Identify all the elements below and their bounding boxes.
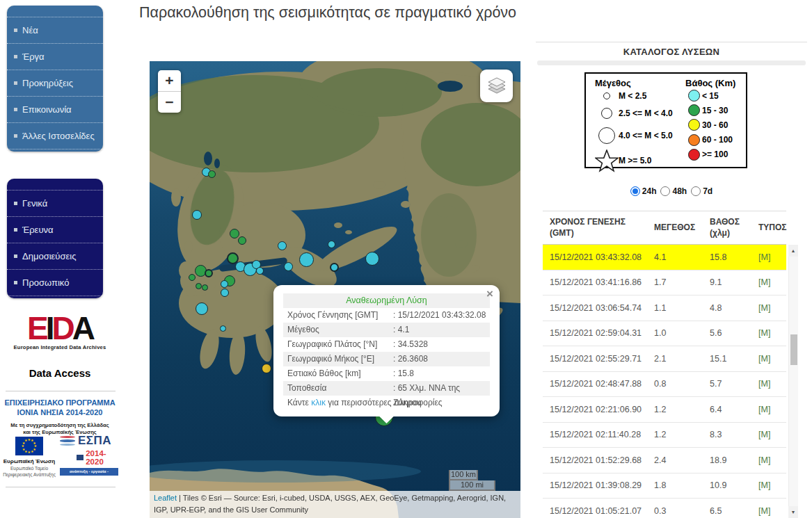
data-access-link[interactable]: Data Access bbox=[0, 367, 120, 379]
popup-title: Αναθεωρημένη Λύση bbox=[283, 293, 490, 308]
sidebar-item[interactable]: Προσωπικό bbox=[7, 270, 103, 296]
circle-icon bbox=[685, 149, 702, 161]
scroll-up-icon[interactable]: ▲ bbox=[788, 245, 798, 257]
earthquake-marker[interactable] bbox=[196, 283, 202, 289]
scrollbar-thumb[interactable] bbox=[790, 334, 797, 365]
earthquake-marker[interactable] bbox=[299, 252, 314, 267]
legend-depth-item: 60 - 100 bbox=[685, 133, 745, 147]
espa-waves-icon bbox=[60, 436, 75, 446]
legend-magnitude-title: Μέγεθος bbox=[595, 78, 682, 88]
espa-motto: ανάπτυξη - εργασία - αλληλεγγύη bbox=[60, 468, 118, 476]
legend-magnitude-item: M < 2.5 bbox=[595, 88, 682, 104]
earthquake-marker[interactable] bbox=[278, 241, 287, 250]
star-icon: ★ bbox=[22, 448, 25, 451]
legend-depth-title: Βάθος (Km) bbox=[685, 78, 745, 88]
table-row[interactable]: 15/12/2021 03:06:54.741.14.8[M] bbox=[543, 296, 786, 321]
eida-letter: E bbox=[27, 310, 46, 346]
earthquake-marker[interactable] bbox=[238, 236, 246, 245]
bullet-icon bbox=[14, 81, 17, 85]
earthquake-marker[interactable] bbox=[284, 262, 293, 271]
table-row[interactable]: 15/12/2021 02:59:04.311.05.6[M] bbox=[543, 321, 786, 347]
scroll-down-icon[interactable]: ▼ bbox=[788, 506, 798, 518]
sidebar-item[interactable]: Προκηρύξεις bbox=[7, 70, 103, 97]
sidebar-item-label: Προκηρύξεις bbox=[22, 78, 73, 88]
catalog-table-body: 15/12/2021 03:43:32.084.115.8[M]15/12/20… bbox=[543, 245, 786, 518]
sidebar-item-label: Επικοινωνία bbox=[22, 104, 72, 115]
earthquake-marker[interactable] bbox=[262, 364, 271, 373]
sidebar-item[interactable]: Έρευνα bbox=[7, 217, 103, 243]
map-attribution: Leaflet | Tiles © Esri — Source: Esri, i… bbox=[150, 491, 520, 518]
bullet-icon bbox=[14, 29, 17, 32]
circle-icon bbox=[685, 90, 702, 102]
map-scale-control: 100 km 100 mi bbox=[449, 470, 495, 491]
sidebar-item[interactable]: Νέα bbox=[7, 17, 103, 44]
zoom-in-button[interactable]: + bbox=[158, 70, 181, 92]
earthquake-marker[interactable] bbox=[196, 302, 208, 315]
sidebar-item-label: Έργα bbox=[22, 51, 45, 62]
earthquake-marker[interactable] bbox=[221, 280, 228, 288]
table-row[interactable]: 15/12/2021 01:39:08.291.810.9[M] bbox=[543, 474, 786, 499]
earthquake-marker[interactable] bbox=[328, 241, 335, 248]
divider bbox=[6, 391, 116, 391]
map[interactable]: + − × Αναθεωρημένη Λύση Χρόνος Γέννησης … bbox=[150, 61, 520, 518]
popup-row: Εστιακό Βάθος [km]: 15.8 bbox=[283, 366, 490, 381]
earthquake-marker[interactable] bbox=[221, 289, 229, 297]
close-icon[interactable]: × bbox=[486, 287, 493, 301]
table-row[interactable]: 15/12/2021 02:55:29.712.115.1[M] bbox=[543, 346, 786, 372]
earthquake-marker[interactable] bbox=[202, 284, 208, 291]
table-row[interactable]: 15/12/2021 01:52:29.682.418.9[M] bbox=[543, 448, 786, 474]
bullet-icon bbox=[14, 202, 17, 205]
zoom-out-button[interactable]: − bbox=[158, 92, 181, 113]
time-filter-48h[interactable]: 48h bbox=[659, 186, 688, 196]
table-row[interactable]: 15/12/2021 03:41:16.861.79.1[M] bbox=[543, 270, 786, 296]
earthquake-marker[interactable] bbox=[365, 252, 379, 266]
divider bbox=[6, 487, 116, 487]
earthquake-marker[interactable] bbox=[205, 269, 213, 277]
table-row[interactable]: 15/12/2021 02:48:47.880.85.7[M] bbox=[543, 372, 786, 398]
catalog-title: ΚΑΤΑΛΟΓΟΣ ΛΥΣΕΩΝ bbox=[536, 47, 807, 57]
radio-icon[interactable] bbox=[630, 186, 640, 196]
legend-magnitude-item: 4.0 <= M < 5.0 bbox=[595, 123, 682, 148]
earthquake-marker[interactable] bbox=[256, 267, 264, 275]
earthquake-marker[interactable] bbox=[330, 263, 339, 272]
table-row[interactable]: 15/12/2021 02:11:40.281.28.3[M] bbox=[543, 423, 786, 448]
divider bbox=[536, 42, 807, 42]
sidebar-item[interactable]: Έργα bbox=[7, 44, 103, 70]
sidebar-item[interactable]: Γενικά bbox=[7, 191, 103, 217]
sidebar-item[interactable]: Επικοινωνία bbox=[7, 97, 103, 123]
eida-tagline: European Integrated Data Archives bbox=[0, 344, 120, 350]
divider-bar bbox=[537, 60, 806, 65]
secondary-nav: ΓενικάΈρευναΔημοσιεύσειςΠροσωπικό bbox=[7, 179, 103, 298]
details-link[interactable]: κλικ bbox=[311, 398, 326, 407]
earthquake-marker[interactable] bbox=[192, 210, 202, 220]
earthquake-marker[interactable] bbox=[208, 170, 216, 178]
radio-icon[interactable] bbox=[691, 186, 701, 196]
circle-icon bbox=[685, 119, 702, 131]
scale-mi: 100 mi bbox=[449, 480, 495, 491]
sidebar-item[interactable]: Δημοσιεύσεις bbox=[7, 243, 103, 270]
sidebar-item[interactable]: Άλλες Ιστοσελίδες bbox=[7, 123, 103, 149]
table-row[interactable]: 15/12/2021 02:21:06.901.26.4[M] bbox=[543, 397, 786, 423]
table-row[interactable]: 15/12/2021 03:43:32.084.115.8[M] bbox=[543, 245, 786, 270]
bullet-icon bbox=[14, 108, 17, 111]
star-icon bbox=[595, 149, 619, 172]
bullet-icon bbox=[14, 228, 17, 232]
circle-icon bbox=[595, 127, 619, 144]
legend-depth-item: >= 100 bbox=[685, 147, 745, 162]
circle-icon bbox=[595, 92, 619, 99]
earthquake-marker[interactable] bbox=[189, 274, 196, 281]
espa-logo: ΕΣΠΑ 2014-2020 ανάπτυξη - εργασία - αλλη… bbox=[60, 434, 118, 476]
legend-depth-item: < 15 bbox=[685, 88, 745, 103]
scrollbar-track[interactable] bbox=[788, 257, 798, 506]
time-filter-7d[interactable]: 7d bbox=[690, 186, 714, 196]
time-filter-24h[interactable]: 24h bbox=[629, 186, 658, 196]
table-row[interactable]: 15/12/2021 01:05:21.070.36.5[M] bbox=[543, 499, 786, 518]
layers-control[interactable] bbox=[480, 70, 513, 102]
earthquake-marker[interactable] bbox=[220, 325, 226, 332]
eida-logo[interactable]: EIDA European Integrated Data Archives D… bbox=[0, 314, 120, 379]
espa-flag-icon bbox=[77, 455, 83, 460]
earthquake-marker[interactable] bbox=[230, 229, 239, 238]
layers-icon bbox=[486, 76, 508, 97]
radio-icon[interactable] bbox=[660, 186, 670, 196]
leaflet-link[interactable]: Leaflet bbox=[154, 494, 177, 502]
